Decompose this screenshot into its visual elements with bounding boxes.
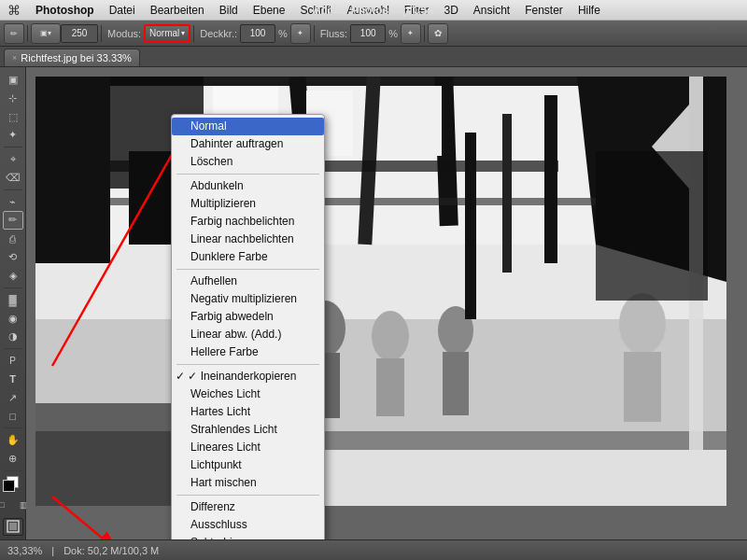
history-brush-btn[interactable]: ⟲ [3,248,23,266]
dd-differenz[interactable]: Differenz [172,498,324,516]
shape-tool-btn[interactable]: □ [3,408,23,426]
dd-farbig-nachbelichten[interactable]: Farbig nachbelichten [172,213,324,231]
svg-rect-31 [502,114,512,273]
pen-tool-btn[interactable]: P [3,352,23,370]
menu-datei[interactable]: Datei [102,0,143,21]
brush-tool-btn[interactable]: ✏ [3,211,23,229]
clone-stamp-btn[interactable]: ⎙ [3,231,23,248]
eyedropper-btn[interactable]: ⌫ [3,169,23,187]
deckkr-label: Deckkr.: [200,28,237,39]
dodge-btn[interactable]: ◑ [3,328,23,345]
svg-point-26 [619,293,666,355]
menu-filter[interactable]: Filter [397,0,437,21]
svg-rect-38 [316,450,726,506]
percent-2: % [388,28,398,39]
menu-hilfe[interactable]: Hilfe [571,0,608,21]
blend-mode-arrow: ▾ [181,29,185,37]
separator-3 [193,25,194,42]
brush-size-input[interactable]: 250 [61,24,98,43]
menu-bild[interactable]: Bild [212,0,246,21]
blur-btn[interactable]: ◉ [3,310,23,328]
menu-fenster[interactable]: Fenster [517,0,571,21]
dd-hartes-licht[interactable]: Hartes Licht [172,403,324,421]
menu-3d[interactable]: 3D [436,0,465,21]
gradient-btn[interactable]: ▓ [3,291,23,309]
dd-hellere-farbe[interactable]: Hellere Farbe [172,343,324,361]
dd-lichtpunkt[interactable]: Lichtpunkt [172,456,324,474]
apple-menu[interactable]: ⌘ [0,3,28,18]
svg-rect-30 [465,133,476,319]
dd-sep-1 [176,174,319,175]
dd-linear-abw[interactable]: Linear abw. (Add.) [172,326,324,343]
lt-sep-2 [4,189,22,190]
brush-preset-btn[interactable]: ▣▾ [31,23,61,44]
eraser-btn[interactable]: ◈ [3,267,23,285]
hand-tool-btn[interactable]: ✋ [3,431,23,449]
fluss-label: Fluss: [320,28,347,39]
lt-sep-1 [4,147,22,147]
dd-dunklere-farbe[interactable]: Dunklere Farbe [172,248,324,266]
dd-ineinander[interactable]: ✓ Ineinanderkopieren [172,368,324,385]
blend-mode-dropdown[interactable]: Normal Dahinter auftragen Löschen Abdunk… [171,114,325,539]
dd-dahinter[interactable]: Dahinter auftragen [172,135,324,153]
dd-multiplizieren[interactable]: Multiplizieren [172,195,324,213]
dd-hart-mischen[interactable]: Hart mischen [172,474,324,492]
svg-rect-12 [35,77,110,263]
svg-rect-25 [443,352,469,415]
type-tool-btn[interactable]: T [3,371,23,388]
dd-lineares-licht[interactable]: Lineares Licht [172,439,324,456]
svg-rect-23 [376,358,404,416]
dd-negativ[interactable]: Negativ multiplizieren [172,290,324,308]
marquee-tool-btn[interactable]: ▣ [3,71,23,89]
tab-close-icon[interactable]: × [12,53,17,63]
dd-subtrahieren[interactable]: Subtrahieren [172,534,324,539]
lasso-tool-btn[interactable]: ⬚ [3,108,23,126]
dd-linear-nachbelichten[interactable]: Linear nachbelichten [172,231,324,248]
dd-weiches-licht[interactable]: Weiches Licht [172,385,324,403]
dd-ausschluss[interactable]: Ausschluss [172,516,324,534]
standard-mode-btn[interactable]: □ [0,495,12,515]
color-swatches[interactable] [3,476,23,492]
screen-mode-icon [7,520,20,533]
foreground-color-swatch[interactable] [3,480,15,492]
opacity-input[interactable] [240,24,275,43]
dd-farbig-abwedeln[interactable]: Farbig abwedeln [172,308,324,326]
svg-rect-27 [624,352,661,422]
crop-tool-btn[interactable]: ⌖ [3,150,23,168]
blend-mode-button[interactable]: Normal ▾ [144,24,190,43]
dd-sep-3 [176,364,319,365]
dd-abdunkeln[interactable]: Abdunkeln [172,177,324,195]
menu-auswahl[interactable]: Auswahl [339,0,396,21]
separator-2 [101,25,102,42]
flow-input[interactable] [350,24,386,43]
svg-rect-36 [390,86,442,156]
screen-mode-btn[interactable] [3,518,23,536]
lt-sep-3 [4,287,22,288]
modus-label: Modus: [107,28,141,39]
menu-bearbeiten[interactable]: Bearbeiten [143,0,212,21]
lt-sep-4 [4,348,22,349]
airbrush-btn[interactable]: ✿ [428,23,448,44]
dd-loeschen[interactable]: Löschen [172,153,324,171]
dd-strahlendes-licht[interactable]: Strahlendes Licht [172,421,324,439]
main-area: ▣ ⊹ ⬚ ✦ ⌖ ⌫ ⌁ ✏ ⎙ ⟲ ◈ ▓ ◉ ◑ P T ↗ □ ✋ ⊕ … [0,67,747,539]
opacity-pressure-btn[interactable]: ✦ [290,23,311,44]
dd-aufhellen[interactable]: Aufhellen [172,273,324,290]
magic-wand-btn[interactable]: ✦ [3,126,23,144]
menu-schrift[interactable]: Schrift [292,0,339,21]
menu-photoshop[interactable]: Photoshop [28,0,102,21]
path-sel-btn[interactable]: ↗ [3,389,23,407]
percent-1: % [278,28,288,39]
document-tab[interactable]: × Richtfest.jpg bei 33.33% [4,49,140,66]
move-tool-btn[interactable]: ⊹ [3,90,23,107]
separator-4 [314,25,315,42]
menu-ebene[interactable]: Ebene [246,0,293,21]
menu-ansicht[interactable]: Ansicht [466,0,517,21]
dd-normal[interactable]: Normal [172,118,324,135]
healing-brush-btn[interactable]: ⌁ [3,193,23,211]
lt-sep-6 [4,470,22,471]
zoom-tool-btn[interactable]: ⊕ [3,450,23,468]
flow-pressure-btn[interactable]: ✦ [401,23,421,44]
brush-icon: ✏ [4,23,24,44]
separator-1 [27,25,28,42]
